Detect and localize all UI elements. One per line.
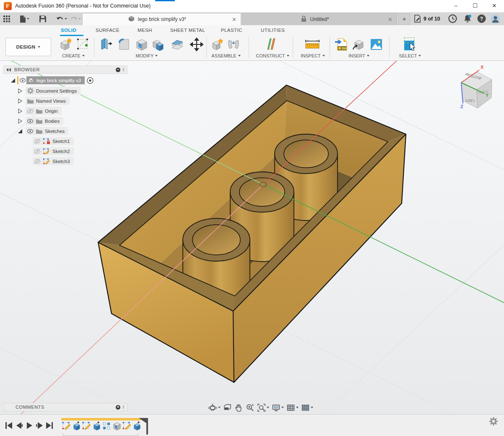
timeline-feature-shell[interactable] — [112, 421, 121, 431]
tree-row-document-settings[interactable]: Document Settings — [18, 87, 81, 95]
shell-icon[interactable] — [135, 37, 149, 52]
timeline-play-button[interactable] — [26, 422, 33, 429]
add-comment-icon[interactable]: + — [116, 405, 120, 410]
expanded-triangle-icon[interactable] — [10, 78, 16, 83]
display-settings-button[interactable] — [272, 403, 284, 412]
panel-grip[interactable]: ‖ — [122, 67, 125, 72]
tree-root-row[interactable]: lego brick simplify v3 — [10, 76, 94, 84]
timeline-feature-sketch[interactable] — [82, 421, 91, 431]
timeline-feature-rectangular-pattern[interactable] — [102, 421, 111, 431]
collapsed-triangle-icon[interactable] — [18, 99, 22, 104]
select-icon[interactable] — [403, 37, 417, 52]
modify-group-label[interactable]: MODIFY — [124, 53, 170, 58]
create-group-label[interactable]: CREATE — [55, 53, 92, 58]
select-group-label[interactable]: SELECT — [393, 53, 427, 58]
eye-visible-icon[interactable] — [27, 119, 34, 124]
comments-panel[interactable]: COMMENTS + ‖ — [3, 403, 127, 411]
close-button[interactable]: ✕ — [485, 0, 504, 13]
viewport-3d[interactable]: BOTTOM LEFT FRONT X Y Z — [0, 61, 504, 414]
combine-icon[interactable] — [151, 37, 166, 52]
zoom-button[interactable] — [246, 403, 255, 412]
move-icon[interactable] — [190, 37, 204, 52]
timeline-feature-extrude[interactable] — [72, 421, 81, 431]
tab-sheet-metal[interactable]: SHEET METAL — [170, 28, 205, 33]
tree-row-origin[interactable]: Origin — [18, 107, 62, 115]
browser-header[interactable]: BROWSER − ‖ — [3, 65, 127, 74]
thicken-icon[interactable] — [170, 37, 184, 52]
tree-row-sketch1[interactable]: Sketch1 — [33, 137, 74, 145]
insert-derive-icon[interactable] — [351, 37, 366, 52]
viewports-button[interactable] — [301, 403, 313, 412]
measure-icon[interactable] — [304, 37, 320, 52]
clock-icon[interactable] — [448, 14, 457, 23]
document-tab-active[interactable]: lego brick simplify v3* ✕ — [82, 13, 241, 25]
fit-button[interactable] — [257, 403, 269, 412]
settings-gear-icon[interactable] — [489, 417, 498, 426]
expanded-triangle-icon[interactable] — [18, 129, 23, 134]
workspace-selector[interactable]: DESIGN — [5, 38, 51, 56]
timeline-step-forward-button[interactable] — [36, 422, 43, 429]
view-cube[interactable]: BOTTOM LEFT FRONT X Y Z — [460, 65, 492, 109]
tab-surface[interactable]: SURFACE — [96, 28, 120, 33]
eye-hidden-icon[interactable] — [34, 159, 41, 164]
tab-utilities[interactable]: UTILITIES — [261, 28, 285, 33]
panel-grip[interactable]: ‖ — [122, 405, 125, 410]
inspect-group-label[interactable]: INSPECT — [294, 53, 332, 58]
new-tab-button[interactable]: + — [398, 13, 410, 25]
timeline-feature-sketch[interactable] — [62, 421, 71, 431]
browser-collapse-icon[interactable]: − — [116, 67, 120, 72]
minimize-button[interactable]: – — [446, 0, 465, 13]
construct-group-label[interactable]: CONSTRUCT — [251, 53, 294, 58]
press-pull-icon[interactable] — [99, 37, 113, 52]
pan-button[interactable] — [234, 403, 243, 412]
ground-component-icon[interactable] — [87, 77, 94, 84]
insert-group-label[interactable]: INSERT — [340, 53, 378, 58]
tree-row-sketch3[interactable]: Sketch3 — [33, 157, 74, 165]
tree-row-sketches[interactable]: Sketches — [18, 127, 68, 135]
insert-svg-icon[interactable]: SVG — [334, 37, 348, 52]
look-at-button[interactable] — [223, 403, 232, 412]
assemble-group-label[interactable]: ASSEMBLE — [205, 53, 247, 58]
orbit-button[interactable] — [208, 403, 221, 412]
timeline-skip-end-button[interactable] — [46, 422, 53, 429]
tab-solid[interactable]: SOLID — [61, 28, 76, 33]
fillet-icon[interactable] — [117, 37, 131, 52]
new-component-icon[interactable] — [210, 37, 224, 52]
file-menu-button[interactable] — [20, 16, 29, 23]
timeline-step-back-button[interactable] — [16, 422, 23, 429]
eye-visible-icon[interactable] — [27, 129, 34, 134]
notification-bell-icon[interactable] — [463, 14, 472, 23]
timeline-skip-start-button[interactable] — [5, 422, 12, 429]
grid-snap-button[interactable] — [286, 403, 299, 412]
document-tab-inactive[interactable]: Untitled* ✕ — [242, 13, 397, 25]
app-grid-icon[interactable] — [3, 16, 10, 23]
redo-button[interactable] — [70, 16, 81, 22]
undo-button[interactable] — [56, 16, 67, 22]
insert-canvas-icon[interactable] — [369, 37, 383, 52]
eye-hidden-icon[interactable] — [27, 109, 34, 114]
timeline-feature-sketch[interactable] — [122, 421, 131, 431]
eye-hidden-icon[interactable] — [34, 149, 41, 154]
version-badge[interactable]: 9 of 10 — [413, 14, 440, 24]
tree-row-named-views[interactable]: Named Views — [18, 97, 70, 105]
maximize-button[interactable]: ☐ — [465, 0, 485, 13]
eye-hidden-icon[interactable] — [34, 139, 41, 144]
collapsed-triangle-icon[interactable] — [18, 109, 22, 114]
save-button[interactable] — [39, 16, 46, 22]
create-sketch-icon[interactable] — [76, 37, 90, 52]
tree-row-bodies[interactable]: Bodies — [18, 117, 63, 125]
timeline-feature-extrude[interactable] — [92, 421, 101, 431]
tab-close-icon[interactable]: ✕ — [232, 16, 236, 23]
timeline-playhead-bar[interactable] — [146, 418, 148, 435]
collapsed-triangle-icon[interactable] — [18, 119, 22, 124]
tree-row-sketch2[interactable]: Sketch2 — [33, 147, 74, 155]
eye-visible-icon[interactable] — [20, 78, 26, 83]
help-icon[interactable]: ? — [477, 14, 486, 23]
tab-plastic[interactable]: PLASTIC — [221, 28, 242, 33]
new-body-icon[interactable] — [58, 37, 73, 52]
tab-close-icon[interactable]: ✕ — [388, 16, 392, 23]
user-avatar[interactable] — [491, 14, 500, 23]
tab-mesh[interactable]: MESH — [138, 28, 152, 33]
joint-icon[interactable] — [226, 37, 241, 52]
collapsed-triangle-icon[interactable] — [18, 88, 22, 93]
